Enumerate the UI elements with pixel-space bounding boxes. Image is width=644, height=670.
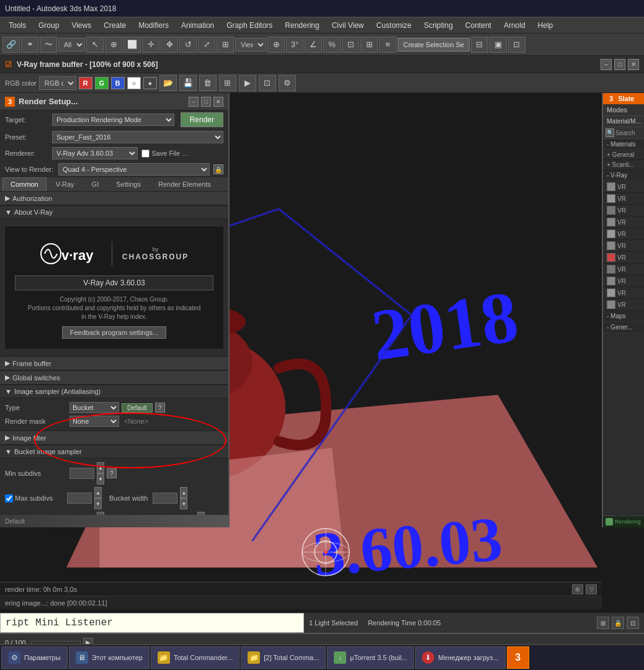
white-bal-btn[interactable]: ○ xyxy=(127,77,141,89)
menu-customize[interactable]: Customize xyxy=(370,17,418,33)
default-btn[interactable]: Default xyxy=(122,403,153,413)
frame-buffer-header[interactable]: ▶ Frame buffer xyxy=(0,357,228,370)
center-btn[interactable]: ⊕ xyxy=(267,37,285,53)
color-mode-select[interactable]: RGB color xyxy=(39,76,76,90)
vr-item-5[interactable]: VR xyxy=(603,228,644,240)
taskbar-3ds[interactable]: 3 xyxy=(507,646,529,669)
filter-select[interactable]: All xyxy=(58,38,85,51)
menu-scripting[interactable]: Scripting xyxy=(418,17,459,33)
scale-btn[interactable]: ⤢ xyxy=(198,37,215,53)
preset-select[interactable]: Super_Fast_2016 xyxy=(52,131,223,143)
about-vray-header[interactable]: ▼ About V-Ray xyxy=(0,206,228,219)
minimize-btn[interactable]: – xyxy=(601,59,612,70)
feedback-btn[interactable]: Feedback program settings... xyxy=(62,326,166,339)
min-down-btn[interactable]: ▼ xyxy=(97,473,104,485)
bucket-sampler-header[interactable]: ▼ Bucket image sampler xyxy=(0,445,228,458)
select2-btn[interactable]: ⊕ xyxy=(105,37,122,53)
menu-group[interactable]: Group xyxy=(32,17,65,33)
taskbar-tc2[interactable]: 📁 [2] Total Comma... xyxy=(241,646,326,669)
gray-btn[interactable]: ● xyxy=(143,77,157,89)
rotate-btn[interactable]: ↺ xyxy=(179,37,197,53)
expand-btn[interactable]: ⊞ xyxy=(572,584,583,594)
create-selection-btn[interactable]: Create Selection Se xyxy=(398,38,470,51)
taskbar-tc1[interactable]: 📁 Total Commander... xyxy=(151,646,239,669)
extra-btn1[interactable]: ⊟ xyxy=(471,37,488,53)
angle-btn[interactable]: ∠ xyxy=(305,37,322,53)
save-file-label[interactable]: Save File xyxy=(141,150,180,158)
rect-select-btn[interactable]: ⬜ xyxy=(123,37,141,53)
render-mask-select[interactable]: None xyxy=(69,416,119,427)
green-channel-btn[interactable]: G xyxy=(95,77,109,89)
menu-create[interactable]: Create xyxy=(97,17,132,33)
select-btn[interactable]: ↖ xyxy=(86,37,104,53)
min-help-btn[interactable]: ? xyxy=(107,468,117,478)
menu-graph-editors[interactable]: Graph Editors xyxy=(220,17,279,33)
extra-btn3[interactable]: ⊡ xyxy=(508,37,525,53)
blue-channel-btn[interactable]: B xyxy=(111,77,125,89)
bucket-width-input[interactable]: 32,0 xyxy=(153,493,177,504)
min-up-btn[interactable]: ▲ xyxy=(97,462,104,473)
settings2-btn[interactable]: ⚙ xyxy=(279,75,296,91)
render-btn2[interactable]: ▶ xyxy=(239,75,256,91)
menu-civil-view[interactable]: Civil View xyxy=(326,17,370,33)
panel-close-btn[interactable]: ✕ xyxy=(213,97,223,107)
target-select[interactable]: Production Rendering Mode xyxy=(52,114,174,126)
bw-down-btn[interactable]: ▼ xyxy=(180,498,187,509)
vr-item-1[interactable]: VR xyxy=(603,181,644,193)
max-up-btn[interactable]: ▲ xyxy=(94,487,102,498)
menu-rendering[interactable]: Rendering xyxy=(279,17,325,33)
transform-btn[interactable]: ⊞ xyxy=(217,37,234,53)
menu-help[interactable]: Help xyxy=(532,17,560,33)
link-btn[interactable]: 🔗 xyxy=(2,37,20,53)
menu-views[interactable]: Views xyxy=(65,17,97,33)
menu-content[interactable]: Content xyxy=(459,17,498,33)
min-subdivs-input[interactable]: 2 xyxy=(69,468,94,479)
tab-settings[interactable]: Settings xyxy=(108,177,149,191)
extra-btn2[interactable]: ▣ xyxy=(490,37,507,53)
move-btn[interactable]: ✥ xyxy=(161,37,178,53)
taskbar-params[interactable]: ⚙ Параметры xyxy=(1,646,68,669)
track-btn[interactable]: ⊞ xyxy=(219,75,236,91)
authorization-header[interactable]: ▶ Authorization xyxy=(0,192,228,205)
open-btn[interactable]: 📂 xyxy=(159,75,177,91)
menu-modifiers[interactable]: Modifiers xyxy=(132,17,175,33)
max-down-btn[interactable]: ▼ xyxy=(94,498,102,509)
max-subdivs-checkbox[interactable] xyxy=(5,494,13,502)
save-btn[interactable]: 💾 xyxy=(179,75,197,91)
type-select[interactable]: Bucket xyxy=(69,402,119,413)
taskbar-downloader[interactable]: ⬇ Менеджер загруз... xyxy=(415,646,505,669)
maximize-btn[interactable]: □ xyxy=(614,59,625,70)
clone-btn[interactable]: ⊡ xyxy=(259,75,276,91)
tab-render-elements[interactable]: Render Elements xyxy=(150,177,219,191)
tab-vray[interactable]: V-Ray xyxy=(48,177,83,191)
vr-item-2[interactable]: VR xyxy=(603,193,644,205)
vr-item-3[interactable]: VR xyxy=(603,205,644,217)
cross-btn[interactable]: ✛ xyxy=(142,37,159,53)
status-icon-3[interactable]: ⊡ xyxy=(627,617,639,629)
expand2-btn[interactable]: ▽ xyxy=(586,584,597,594)
vr-item-6[interactable]: VR xyxy=(603,240,644,252)
menu-animation[interactable]: Animation xyxy=(175,17,220,33)
render-button[interactable]: Render xyxy=(181,112,223,127)
align-btn[interactable]: ⊞ xyxy=(360,37,378,53)
mirror-btn[interactable]: ⊡ xyxy=(342,37,359,53)
tab-common[interactable]: Common xyxy=(2,177,47,191)
taskbar-utorrent[interactable]: ↓ µTorrent 3.5 (buil... xyxy=(327,646,414,669)
pct-btn[interactable]: % xyxy=(323,37,341,53)
vr-item-9[interactable]: VR xyxy=(603,275,644,287)
image-sampler-header[interactable]: ▼ Image sampler (Antialiasing) xyxy=(0,385,228,398)
taskbar-computer[interactable]: 🖥 Этот компьютер xyxy=(69,646,150,669)
search-icon[interactable]: 🔍 xyxy=(606,128,614,137)
bw-up-btn[interactable]: ▲ xyxy=(180,487,187,498)
image-filter-header[interactable]: ▶ Image filter xyxy=(0,431,228,445)
lasso-btn[interactable]: 〜 xyxy=(40,37,57,53)
red-channel-btn[interactable]: R xyxy=(79,77,92,89)
vr-item-8[interactable]: VR xyxy=(603,264,644,275)
type-help-btn[interactable]: ? xyxy=(155,403,165,413)
status-icon-2[interactable]: 🔒 xyxy=(612,617,624,629)
tab-gi[interactable]: GI xyxy=(84,177,107,191)
renderer-select[interactable]: V-Ray Adv 3.60.03 xyxy=(52,147,138,159)
view-to-render-select[interactable]: Quad 4 - Perspective xyxy=(58,163,210,176)
general-item[interactable]: + General xyxy=(603,150,644,160)
close-btn[interactable]: ✕ xyxy=(628,59,639,70)
